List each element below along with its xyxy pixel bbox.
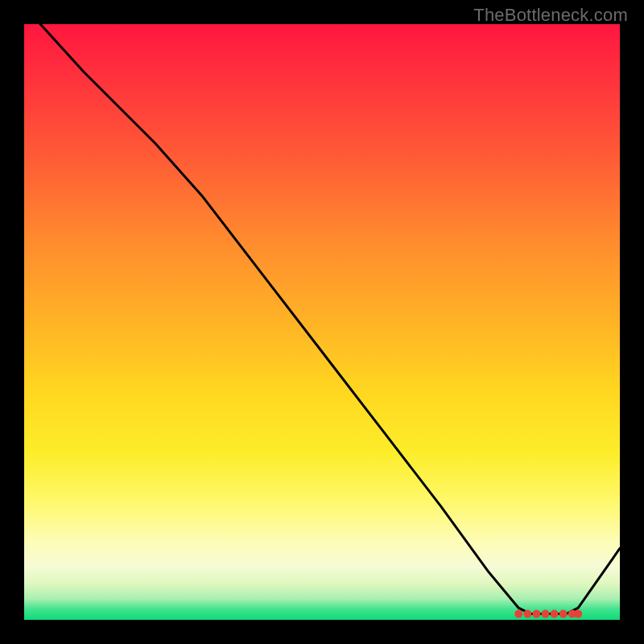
optimum-marker (532, 610, 540, 618)
optimum-marker (551, 610, 559, 618)
optimum-marker (542, 610, 550, 618)
watermark: TheBottleneck.com (473, 5, 628, 26)
optimum-marker (559, 610, 568, 618)
bottleneck-curve (24, 24, 620, 614)
chart-area (24, 24, 620, 620)
optimum-markers (514, 610, 582, 618)
chart-svg (24, 24, 620, 620)
optimum-marker (514, 610, 522, 618)
optimum-marker (574, 610, 582, 618)
optimum-marker (523, 610, 531, 618)
